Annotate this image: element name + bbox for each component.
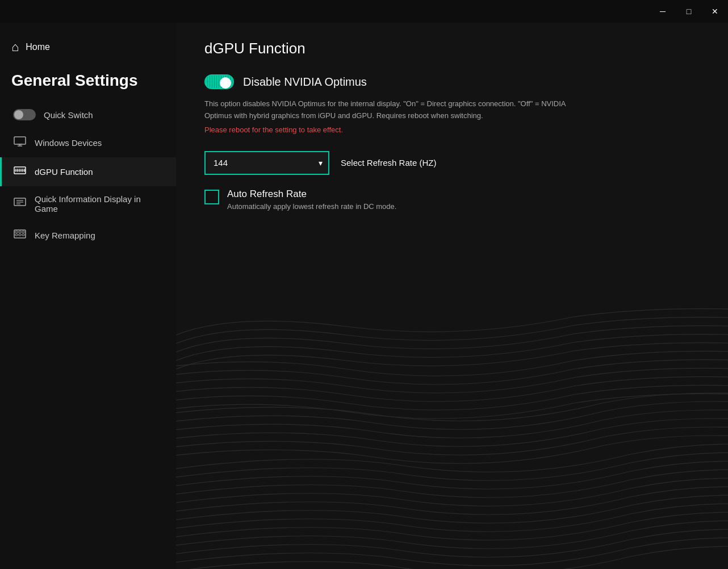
- sidebar-item-quick-switch-label: Quick Switch: [44, 110, 93, 120]
- optimus-toggle[interactable]: [204, 74, 234, 89]
- refresh-rate-label: Select Refresh Rate (HZ): [341, 158, 436, 168]
- svg-rect-20: [15, 234, 18, 236]
- svg-rect-0: [14, 137, 26, 144]
- auto-refresh-label: Auto Refresh Rate: [227, 189, 396, 200]
- minimize-button[interactable]: ─: [650, 0, 676, 23]
- svg-rect-22: [22, 234, 24, 236]
- sidebar-item-dgpu-label: dGPU Function: [35, 167, 93, 177]
- sidebar-item-quick-info-label: Quick Information Display in Game: [35, 194, 165, 214]
- windows-devices-icon: [13, 136, 27, 149]
- sidebar-item-windows-devices-label: Windows Devices: [35, 138, 102, 148]
- home-label: Home: [26, 42, 50, 52]
- auto-refresh-content: Auto Refresh Rate Automatically apply lo…: [227, 189, 396, 211]
- home-icon: ⌂: [11, 40, 19, 55]
- quick-switch-toggle-icon: [13, 109, 36, 120]
- refresh-rate-select[interactable]: 60 120 144 165 240: [204, 151, 329, 175]
- optimus-toggle-thumb: [220, 77, 231, 89]
- sidebar-item-quick-switch[interactable]: Quick Switch: [0, 101, 176, 128]
- sidebar: ⌂ Home General Settings Quick Switch: [0, 23, 176, 569]
- auto-refresh-checkbox[interactable]: [204, 190, 219, 204]
- main-content: .wave-line { fill: none; stroke: #2a2a2a…: [176, 23, 728, 569]
- titlebar: ─ □ ✕: [650, 0, 728, 23]
- key-remapping-icon: [13, 229, 27, 241]
- optimus-label: Disable NVIDIA Optimus: [243, 76, 367, 89]
- close-button[interactable]: ✕: [702, 0, 728, 23]
- optimus-toggle-row: Disable NVIDIA Optimus: [204, 74, 700, 89]
- maximize-button[interactable]: □: [676, 0, 702, 23]
- refresh-rate-row: 60 120 144 165 240 ▾ Select Refresh Rate…: [204, 151, 700, 175]
- dgpu-icon: [13, 165, 27, 178]
- quick-info-icon: [13, 198, 27, 211]
- app-container: ⌂ Home General Settings Quick Switch: [0, 23, 728, 569]
- sidebar-item-dgpu-function[interactable]: dGPU Function: [0, 157, 176, 186]
- svg-rect-17: [15, 231, 18, 233]
- svg-rect-21: [19, 234, 21, 236]
- optimus-warning: Please reboot for the setting to take ef…: [204, 125, 700, 134]
- svg-rect-18: [19, 231, 21, 233]
- sidebar-item-quick-info[interactable]: Quick Information Display in Game: [0, 186, 176, 221]
- refresh-rate-select-wrapper: 60 120 144 165 240 ▾: [204, 151, 329, 175]
- optimus-description: This option disables NVIDIA Optimus for …: [204, 98, 591, 122]
- general-settings-title: General Settings: [0, 66, 176, 101]
- page-title: dGPU Function: [204, 40, 700, 57]
- auto-refresh-row: Auto Refresh Rate Automatically apply lo…: [204, 189, 700, 211]
- sidebar-item-key-remapping[interactable]: Key Remapping: [0, 221, 176, 249]
- home-nav-item[interactable]: ⌂ Home: [0, 34, 176, 66]
- auto-refresh-description: Automatically apply lowest refresh rate …: [227, 202, 396, 211]
- sidebar-item-windows-devices[interactable]: Windows Devices: [0, 128, 176, 157]
- optimus-toggle-track: [204, 74, 234, 89]
- svg-rect-19: [22, 231, 24, 233]
- sidebar-item-key-remapping-label: Key Remapping: [35, 231, 95, 240]
